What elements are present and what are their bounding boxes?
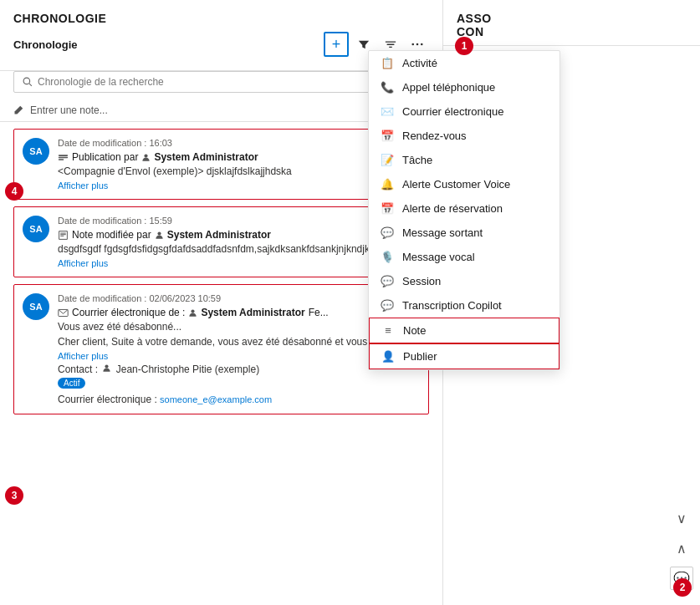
entry-author-suffix-3: Fe...	[309, 307, 329, 318]
message-sortant-label: Message sortant	[402, 226, 483, 239]
entry-date-1: Date de modification : 16:03	[58, 138, 420, 148]
entry-body-1: <Compagnie d'Envol (exemple)> djsklajfds…	[58, 165, 420, 177]
entry-body-line1-3: Vous avez été désabonné...	[58, 321, 420, 333]
session-icon: 💬	[381, 275, 394, 287]
assc-label: ASSO	[457, 12, 687, 25]
publier-label: Publier	[403, 350, 437, 363]
note-dropdown-label: Note	[403, 324, 426, 337]
title-prefix-2: Note modifiée par	[72, 229, 151, 241]
svg-point-0	[411, 43, 414, 46]
publication-icon	[58, 152, 69, 163]
search-bar	[13, 71, 429, 93]
transcription-label: Transcription Copilot	[402, 299, 502, 312]
timeline-entry-2: SA Date de modification : 15:59 Note mod…	[13, 206, 429, 277]
svg-rect-5	[59, 155, 68, 156]
more-icon	[411, 38, 423, 50]
chronologie-label: Chronologie	[13, 38, 78, 51]
dropdown-item-note[interactable]: ≡ Note	[369, 318, 559, 343]
page-wrapper: CHRONOLOGIE Chronologie +	[0, 0, 700, 605]
message-sortant-icon: 💬	[381, 226, 394, 239]
right-header: ASSO CON	[443, 0, 700, 46]
dropdown-item-message-vocal[interactable]: 🎙️ Message vocal	[369, 245, 559, 269]
alerte-cv-label: Alerte Customer Voice	[402, 178, 510, 191]
entry-content-1: Date de modification : 16:03 Publication…	[58, 138, 420, 191]
svg-rect-7	[59, 159, 64, 160]
con-label: CON	[457, 25, 687, 38]
email-icon	[58, 308, 69, 318]
person-icon-1	[141, 153, 151, 162]
entry-author-2: System Administrator	[167, 229, 271, 241]
entry-email-3: Courrier électronique : someone_e@exampl…	[58, 394, 420, 405]
search-input[interactable]	[38, 76, 420, 88]
transcription-icon: 💬	[381, 299, 394, 312]
afficher-plus-2[interactable]: Afficher plus	[58, 258, 420, 268]
rendez-vous-icon: 📅	[381, 130, 394, 142]
entry-contact-3: Contact : Jean-Christophe Pitie (exemple…	[58, 364, 420, 375]
activite-icon: 📋	[381, 57, 394, 69]
svg-point-11	[192, 309, 195, 313]
email-link[interactable]: someone_e@example.com	[160, 394, 272, 404]
annotation-4: 4	[5, 182, 23, 201]
note-placeholder: Entrer une note...	[30, 104, 108, 116]
afficher-plus-3[interactable]: Afficher plus	[58, 351, 420, 361]
activite-label: Activité	[402, 57, 437, 69]
svg-rect-6	[59, 156, 68, 158]
dropdown-item-appel[interactable]: 📞 Appel téléphonique	[369, 75, 559, 99]
badge-actif: Actif	[58, 375, 420, 391]
courrier-label: Courrier électronique	[402, 105, 503, 118]
pencil-icon	[13, 105, 23, 115]
add-button[interactable]: +	[324, 32, 349, 57]
chevron-up-button[interactable]: ∧	[670, 536, 693, 560]
dropdown-item-rendez-vous[interactable]: 📅 Rendez-vous	[369, 124, 559, 148]
appel-icon: 📞	[381, 81, 394, 94]
dropdown-menu: 📋 Activité 📞 Appel téléphonique ✉️ Courr…	[368, 50, 560, 370]
svg-point-8	[145, 154, 148, 157]
dropdown-item-alerte-res[interactable]: 📅 Alerte de réservation	[369, 196, 559, 221]
dropdown-item-message-sortant[interactable]: 💬 Message sortant	[369, 221, 559, 245]
entry-title-3: Courrier électronique de : System Admini…	[58, 307, 420, 318]
entry-content-2: Date de modification : 15:59 Note modifi…	[58, 216, 420, 268]
tache-icon: 📝	[381, 154, 394, 166]
appel-label: Appel téléphonique	[402, 81, 495, 94]
dropdown-item-publier[interactable]: 👤 Publier	[369, 343, 559, 369]
filter-icon	[358, 38, 370, 50]
note-dropdown-icon: ≡	[381, 324, 395, 337]
title-prefix-1: Publication par	[72, 151, 138, 163]
alerte-cv-icon: 🔔	[381, 178, 394, 191]
message-vocal-label: Message vocal	[402, 251, 475, 263]
search-icon	[23, 77, 33, 87]
entry-author-1: System Administrator	[154, 151, 258, 163]
entry-date-2: Date de modification : 15:59	[58, 216, 420, 226]
svg-point-2	[421, 43, 423, 46]
timeline-entry-1: SA Date de modification : 16:03 Publicat…	[13, 129, 429, 200]
courrier-icon: ✉️	[381, 105, 394, 118]
dropdown-item-alerte-cv[interactable]: 🔔 Alerte Customer Voice	[369, 172, 559, 196]
person-icon-3	[188, 308, 197, 318]
avatar-3: SA	[23, 293, 49, 320]
tache-label: Tâche	[402, 154, 432, 166]
publier-icon: 👤	[381, 350, 395, 363]
alerte-res-icon: 📅	[381, 202, 394, 215]
svg-point-12	[105, 364, 109, 368]
entry-title-2: Note modifiée par System Administrator	[58, 229, 420, 241]
chevron-down-button[interactable]: ∨	[670, 506, 693, 530]
timeline-entry-3: SA Date de modification : 02/06/2023 10:…	[13, 284, 429, 414]
entry-date-3: Date de modification : 02/06/2023 10:59	[58, 293, 420, 303]
person-icon-contact	[102, 364, 111, 373]
sort-icon	[385, 38, 396, 50]
person-icon-2	[155, 231, 164, 240]
dropdown-item-session[interactable]: 💬 Session	[369, 269, 559, 293]
svg-point-9	[157, 231, 161, 235]
svg-point-1	[416, 43, 419, 46]
afficher-plus-1[interactable]: Afficher plus	[58, 180, 420, 191]
svg-point-3	[23, 78, 30, 84]
session-label: Session	[402, 275, 441, 287]
panel-title: CHRONOLOGIE	[13, 12, 429, 25]
dropdown-item-transcription[interactable]: 💬 Transcription Copilot	[369, 293, 559, 318]
entry-title-1: Publication par System Administrator	[58, 151, 420, 163]
note-icon	[58, 230, 69, 241]
dropdown-item-tache[interactable]: 📝 Tâche	[369, 148, 559, 172]
dropdown-item-courrier[interactable]: ✉️ Courrier électronique	[369, 99, 559, 124]
svg-line-4	[29, 84, 32, 86]
entry-body-2: dsgdfsgdf fgdsgfdsfidgsgfdafdsaddfadsnfd…	[58, 243, 420, 255]
